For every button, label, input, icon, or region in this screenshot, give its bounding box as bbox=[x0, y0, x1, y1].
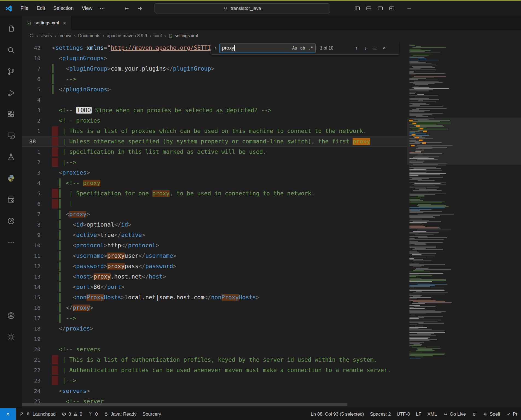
find-in-selection-icon[interactable] bbox=[371, 44, 379, 52]
line-number[interactable]: 10 bbox=[22, 53, 40, 63]
line-number[interactable]: 5 bbox=[22, 84, 40, 95]
java-status-item[interactable]: Java: Ready bbox=[101, 408, 140, 420]
next-match-button[interactable]: ↓ bbox=[362, 44, 370, 52]
breadcrumb-item[interactable]: Documents bbox=[78, 33, 100, 38]
breadcrumb-item[interactable]: apache-maven-3.9.9 bbox=[107, 33, 147, 38]
formatter-item[interactable]: Pr bbox=[503, 408, 520, 420]
line-number[interactable]: 42 bbox=[22, 43, 40, 53]
menu-view[interactable]: View bbox=[78, 4, 96, 13]
problems-item[interactable]: 0 0 bbox=[59, 408, 85, 420]
line-number[interactable]: 17 bbox=[22, 313, 40, 323]
horizontal-scrollbar[interactable] bbox=[22, 403, 347, 406]
language-mode-item[interactable]: XML bbox=[424, 408, 440, 420]
close-find-button[interactable]: × bbox=[380, 44, 388, 52]
remote-explorer-icon[interactable] bbox=[2, 125, 20, 146]
whole-word-toggle[interactable]: ab bbox=[299, 44, 306, 52]
line-number[interactable]: 12 bbox=[22, 261, 40, 271]
previous-match-button[interactable]: ↑ bbox=[352, 44, 360, 52]
line-number[interactable]: 4 bbox=[22, 95, 40, 105]
go-back-button[interactable] bbox=[122, 4, 131, 13]
line-number[interactable]: 24 bbox=[22, 386, 40, 396]
command-center-search[interactable]: translator_java bbox=[155, 3, 330, 13]
settings-gear-icon[interactable] bbox=[2, 326, 20, 347]
regex-toggle[interactable]: .* bbox=[307, 44, 314, 52]
cursor-position-item[interactable]: Ln 88, Col 93 (5 selected) bbox=[308, 408, 367, 420]
indentation-item[interactable]: Spaces: 2 bbox=[367, 408, 394, 420]
close-tab-icon[interactable]: × bbox=[62, 20, 67, 26]
line-number[interactable]: 13 bbox=[22, 271, 40, 282]
line-number[interactable]: 1 bbox=[22, 126, 40, 136]
project-gear-icon[interactable] bbox=[2, 189, 20, 210]
minimap[interactable] bbox=[407, 42, 521, 408]
line-number[interactable]: 2 bbox=[22, 157, 40, 167]
line-number[interactable]: 11 bbox=[22, 251, 40, 261]
python-icon[interactable] bbox=[2, 167, 20, 189]
run-debug-icon[interactable] bbox=[2, 82, 20, 103]
encoding-item[interactable]: UTF-8 bbox=[394, 408, 413, 420]
line-number[interactable]: 1 bbox=[22, 147, 40, 157]
line-number[interactable]: 21 bbox=[22, 355, 40, 365]
toggle-replace-chevron-icon[interactable] bbox=[213, 44, 218, 52]
minimap-line bbox=[409, 111, 424, 112]
explorer-icon[interactable] bbox=[2, 18, 20, 39]
circle-arrow-icon[interactable] bbox=[2, 210, 20, 231]
line-number[interactable]: 19 bbox=[22, 334, 40, 344]
line-number[interactable]: 6 bbox=[22, 74, 40, 84]
breadcrumb-item[interactable]: Users bbox=[40, 33, 52, 38]
line-number[interactable]: 2 bbox=[22, 115, 40, 126]
code-text: --> bbox=[52, 313, 76, 323]
toggle-secondary-sidebar-icon[interactable] bbox=[375, 4, 385, 13]
search-icon[interactable] bbox=[2, 39, 20, 61]
line-number[interactable]: 15 bbox=[22, 292, 40, 303]
breadcrumb-item[interactable]: conf bbox=[153, 33, 162, 38]
breadcrumb-item-file[interactable]: settings.xml bbox=[168, 33, 198, 38]
line-number[interactable]: 8 bbox=[22, 219, 40, 230]
tab-settings-xml[interactable]: settings.xml × bbox=[22, 16, 71, 30]
toggle-panel-icon[interactable] bbox=[364, 4, 374, 13]
line-number[interactable]: 88 bbox=[22, 136, 40, 147]
breadcrumb-item[interactable]: C: bbox=[30, 33, 34, 38]
line-number[interactable]: 5 bbox=[22, 188, 40, 199]
toggle-primary-sidebar-icon[interactable] bbox=[352, 4, 362, 13]
line-number[interactable]: 3 bbox=[22, 167, 40, 178]
account-icon[interactable] bbox=[2, 305, 20, 326]
menu-selection[interactable]: Selection bbox=[50, 4, 77, 13]
eol-item[interactable]: LF bbox=[413, 408, 424, 420]
source-control-icon[interactable] bbox=[2, 61, 20, 82]
line-number[interactable]: 4 bbox=[22, 178, 40, 188]
line-number[interactable]: 3 bbox=[22, 105, 40, 115]
line-number[interactable]: 20 bbox=[22, 344, 40, 355]
line-number[interactable]: 7 bbox=[22, 209, 40, 219]
minimap-line bbox=[412, 249, 443, 250]
line-number[interactable]: 14 bbox=[22, 282, 40, 292]
breadcrumb-item[interactable]: meowr bbox=[59, 33, 72, 38]
line-number[interactable]: 9 bbox=[22, 230, 40, 240]
menu-file[interactable]: File bbox=[17, 4, 32, 13]
testing-icon[interactable] bbox=[2, 146, 20, 167]
remote-indicator[interactable] bbox=[0, 408, 16, 420]
menu-overflow-icon[interactable]: ⋯ bbox=[97, 4, 108, 13]
minimap-line bbox=[412, 184, 446, 185]
menu-edit[interactable]: Edit bbox=[33, 4, 49, 13]
customize-layout-icon[interactable] bbox=[387, 4, 397, 13]
sourcery-item[interactable]: Sourcery bbox=[139, 408, 164, 420]
line-number[interactable]: 6 bbox=[22, 199, 40, 209]
extensions-icon[interactable] bbox=[2, 103, 20, 125]
ports-item[interactable]: 0 bbox=[85, 408, 101, 420]
notifications-muted-item[interactable] bbox=[469, 408, 480, 420]
code-editor[interactable]: 42<settings xmlns="http://maven.apache.o… bbox=[22, 42, 521, 408]
match-case-toggle[interactable]: Aa bbox=[291, 44, 298, 52]
go-live-item[interactable]: Go Live bbox=[440, 408, 469, 420]
line-number[interactable]: 10 bbox=[22, 240, 40, 251]
line-number[interactable]: 23 bbox=[22, 375, 40, 386]
line-number[interactable]: 7 bbox=[22, 63, 40, 74]
line-number[interactable]: 16 bbox=[22, 303, 40, 313]
find-input[interactable]: proxy Aa ab .* bbox=[219, 44, 316, 53]
line-number[interactable]: 18 bbox=[22, 323, 40, 334]
line-number[interactable]: 22 bbox=[22, 365, 40, 375]
spell-checker-item[interactable]: Spell bbox=[480, 408, 503, 420]
go-forward-button[interactable] bbox=[135, 4, 144, 13]
launchpad-item[interactable]: Launchpad bbox=[16, 408, 59, 420]
more-icon[interactable] bbox=[2, 231, 20, 253]
minimize-button[interactable] bbox=[404, 4, 414, 13]
